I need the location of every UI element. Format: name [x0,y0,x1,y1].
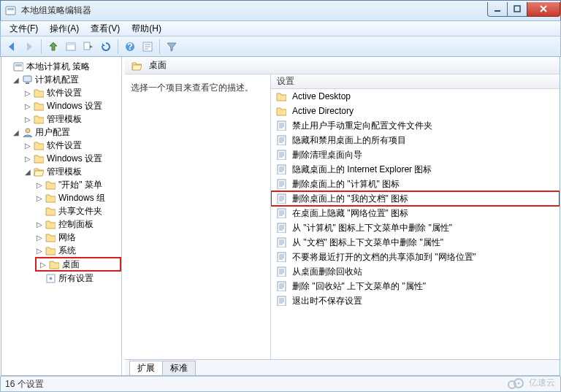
tree-user-config[interactable]: 用户配置 [35,126,70,139]
list-item[interactable]: 不要将最近打开的文档的共享添加到 "网络位置" [271,250,560,264]
expand-icon[interactable]: ▷ [35,233,44,242]
blank-icon [3,62,12,71]
expand-icon[interactable]: ▷ [35,193,44,202]
collapse-icon[interactable]: ◢ [12,75,20,84]
menu-help[interactable]: 帮助(H) [126,21,167,36]
app-icon [5,5,17,17]
folder-icon [275,91,287,102]
policy-icon [275,222,287,234]
blank-icon [35,274,44,283]
tree-root[interactable]: 本地计算机 策略 [26,61,90,73]
tree-item[interactable]: 软件设置 [47,139,82,152]
list-item[interactable]: 从桌面删除回收站 [271,264,560,279]
list-item[interactable]: Active Desktop [271,89,560,104]
list-item[interactable]: 删除 "回收站" 上下文菜单的 "属性" [271,279,560,293]
folder-icon [275,105,287,117]
collapse-icon[interactable]: ◢ [12,128,20,137]
list-item-label: 从 "文档" 图标上下文菜单中删除 "属性" [292,237,443,249]
tree-item[interactable]: "开始" 菜单 [58,179,102,191]
collapse-icon[interactable]: ◢ [23,167,32,176]
expand-icon[interactable]: ▷ [35,246,44,255]
properties-button[interactable] [140,39,156,55]
list-item[interactable]: Active Directory [271,104,560,118]
folder-icon [45,205,56,217]
minimize-button[interactable] [487,2,508,17]
console-icon [12,61,24,72]
tree-pane[interactable]: 本地计算机 策略 ◢计算机配置 ▷软件设置 ▷Windows 设置 ▷管理模板 … [1,57,122,375]
tree-item[interactable]: 管理模板 [47,113,82,126]
refresh-button[interactable] [98,39,114,55]
policy-icon [275,178,287,190]
computer-icon [21,74,33,85]
expand-icon[interactable]: ▷ [35,220,44,228]
help-button[interactable] [122,39,138,55]
separator-icon [118,39,118,54]
policy-icon [275,266,287,277]
list-item[interactable]: 从 "计算机" 图标上下文菜单中删除 "属性" [271,220,560,235]
list-item[interactable]: 禁止用户手动重定向配置文件文件夹 [271,118,560,133]
tree-item[interactable]: Windows 设置 [47,153,102,165]
tree-item[interactable]: Windows 组 [58,192,105,204]
expand-icon[interactable]: ▷ [23,88,32,97]
maximize-button[interactable] [507,2,527,17]
forward-button[interactable] [21,39,37,55]
tree-item[interactable]: 网络 [58,231,76,244]
tab-standard[interactable]: 标准 [162,361,196,375]
separator-icon [159,39,160,54]
tree-item[interactable]: Windows 设置 [47,100,102,112]
list-item[interactable]: 删除桌面上的 "计算机" 图标 [271,177,560,191]
list-item[interactable]: 删除清理桌面向导 [271,147,560,162]
folder-icon [45,192,56,204]
list-item[interactable]: 删除桌面上的 "我的文档" 图标 [271,191,560,206]
list-item[interactable]: 退出时不保存设置 [271,293,560,308]
expand-icon[interactable]: ▷ [23,115,32,123]
tree-item[interactable]: 系统 [58,245,76,257]
expand-icon[interactable]: ▷ [23,141,32,150]
settings-list[interactable]: 设置 Active DesktopActive Directory禁止用户手动重… [271,74,560,359]
folder-icon [45,245,56,256]
titlebar: 本地组策略编辑器 [0,0,561,20]
folder-icon [33,100,45,112]
settings-icon [45,272,56,284]
policy-icon [275,134,287,146]
list-item-label: Active Desktop [292,91,351,101]
expand-icon[interactable]: ▷ [23,154,32,163]
column-header-setting[interactable]: 设置 [271,74,560,89]
list-item[interactable]: 在桌面上隐藏 "网络位置" 图标 [271,206,560,220]
up-button[interactable] [45,39,61,55]
menu-view[interactable]: 查看(V) [85,21,126,36]
folder-icon [45,218,56,230]
policy-icon [275,251,287,263]
list-item-label: 从 "计算机" 图标上下文菜单中删除 "属性" [292,222,452,234]
policy-icon [275,164,287,175]
export-button[interactable] [80,39,96,55]
policy-icon [275,237,287,248]
tree-item[interactable]: 控制面板 [58,218,94,231]
tree-item[interactable]: 共享文件夹 [58,205,102,218]
tab-extended[interactable]: 扩展 [129,361,163,375]
window-title: 本地组策略编辑器 [21,4,488,17]
policy-icon [275,280,287,292]
filter-button[interactable] [164,39,180,55]
tree-item[interactable]: 管理模板 [47,166,82,178]
right-pane: 桌面 选择一个项目来查看它的描述。 设置 Active DesktopActiv… [125,57,560,375]
close-button[interactable] [527,2,560,17]
list-item[interactable]: 从 "文档" 图标上下文菜单中删除 "属性" [271,235,560,250]
menu-file[interactable]: 文件(F) [4,21,44,36]
expand-icon[interactable]: ▷ [23,101,32,110]
expand-icon[interactable]: ▷ [39,260,47,269]
list-item-label: 禁止用户手动重定向配置文件文件夹 [292,120,432,132]
policy-icon [275,120,287,131]
list-item[interactable]: 隐藏和禁用桌面上的所有项目 [271,133,560,147]
list-item[interactable]: 隐藏桌面上的 Internet Explorer 图标 [271,162,560,177]
tree-item[interactable]: 软件设置 [47,87,82,99]
show-hide-tree-button[interactable] [63,39,79,55]
policy-icon [275,149,287,161]
back-button[interactable] [4,39,20,55]
expand-icon[interactable]: ▷ [35,180,44,189]
tree-item[interactable]: 所有设置 [58,272,94,285]
blank-icon [35,207,44,215]
tree-computer-config[interactable]: 计算机配置 [35,74,79,86]
tree-desktop[interactable]: 桌面 [62,258,80,271]
menu-action[interactable]: 操作(A) [44,21,85,36]
